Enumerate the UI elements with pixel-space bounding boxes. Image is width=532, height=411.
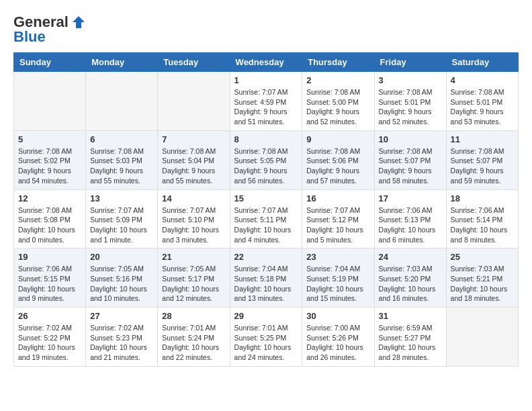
weekday-header-cell: Thursday	[302, 53, 374, 72]
day-number: 5	[18, 134, 81, 144]
day-info: Sunrise: 7:05 AMSunset: 5:17 PMDaylight:…	[162, 264, 225, 304]
weekday-header-cell: Saturday	[446, 53, 518, 72]
calendar-day-cell: 9Sunrise: 7:08 AMSunset: 5:06 PMDaylight…	[302, 130, 374, 189]
calendar-day-cell: 11Sunrise: 7:08 AMSunset: 5:07 PMDayligh…	[446, 130, 518, 189]
day-info: Sunrise: 7:05 AMSunset: 5:16 PMDaylight:…	[90, 264, 153, 304]
weekday-header-cell: Monday	[86, 53, 158, 72]
day-number: 31	[379, 311, 442, 321]
day-info: Sunrise: 7:07 AMSunset: 5:10 PMDaylight:…	[162, 205, 225, 245]
calendar-day-cell: 5Sunrise: 7:08 AMSunset: 5:02 PMDaylight…	[14, 130, 86, 189]
day-info: Sunrise: 7:07 AMSunset: 5:09 PMDaylight:…	[90, 205, 153, 245]
day-info: Sunrise: 7:08 AMSunset: 5:07 PMDaylight:…	[451, 146, 514, 186]
weekday-header-row: SundayMondayTuesdayWednesdayThursdayFrid…	[14, 53, 519, 72]
logo: General Blue	[13, 13, 86, 46]
calendar-day-cell: 3Sunrise: 7:08 AMSunset: 5:01 PMDaylight…	[374, 72, 446, 131]
day-number: 2	[306, 75, 369, 85]
day-info: Sunrise: 7:08 AMSunset: 5:08 PMDaylight:…	[18, 205, 81, 245]
day-info: Sunrise: 7:01 AMSunset: 5:24 PMDaylight:…	[162, 323, 225, 363]
day-info: Sunrise: 7:03 AMSunset: 5:20 PMDaylight:…	[379, 264, 442, 304]
calendar-day-cell: 31Sunrise: 6:59 AMSunset: 5:27 PMDayligh…	[374, 308, 446, 367]
calendar-day-cell: 23Sunrise: 7:04 AMSunset: 5:19 PMDayligh…	[302, 248, 374, 308]
day-number: 4	[451, 75, 514, 85]
calendar: SundayMondayTuesdayWednesdayThursdayFrid…	[13, 52, 519, 367]
day-number: 3	[379, 75, 442, 85]
calendar-week-row: 5Sunrise: 7:08 AMSunset: 5:02 PMDaylight…	[14, 130, 519, 189]
logo-blue-text: Blue	[13, 28, 46, 46]
calendar-day-cell: 25Sunrise: 7:03 AMSunset: 5:21 PMDayligh…	[446, 248, 518, 308]
day-number: 22	[234, 252, 298, 262]
calendar-empty-cell	[86, 72, 158, 131]
day-info: Sunrise: 7:06 AMSunset: 5:14 PMDaylight:…	[451, 205, 514, 245]
calendar-day-cell: 13Sunrise: 7:07 AMSunset: 5:09 PMDayligh…	[86, 189, 158, 248]
day-info: Sunrise: 7:08 AMSunset: 5:00 PMDaylight:…	[306, 87, 369, 127]
day-number: 11	[451, 134, 514, 144]
day-info: Sunrise: 7:08 AMSunset: 5:05 PMDaylight:…	[234, 146, 298, 186]
day-info: Sunrise: 7:06 AMSunset: 5:15 PMDaylight:…	[18, 264, 81, 304]
day-info: Sunrise: 7:08 AMSunset: 5:02 PMDaylight:…	[18, 146, 81, 186]
day-number: 7	[162, 134, 225, 144]
day-info: Sunrise: 6:59 AMSunset: 5:27 PMDaylight:…	[379, 323, 442, 363]
calendar-day-cell: 12Sunrise: 7:08 AMSunset: 5:08 PMDayligh…	[14, 189, 86, 248]
calendar-day-cell: 4Sunrise: 7:08 AMSunset: 5:01 PMDaylight…	[446, 72, 518, 131]
day-number: 25	[451, 252, 514, 262]
day-number: 24	[379, 252, 442, 262]
day-number: 1	[234, 75, 298, 85]
weekday-header-cell: Tuesday	[158, 53, 230, 72]
day-info: Sunrise: 7:07 AMSunset: 4:59 PMDaylight:…	[234, 87, 298, 127]
day-info: Sunrise: 7:07 AMSunset: 5:11 PMDaylight:…	[234, 205, 298, 245]
day-number: 10	[379, 134, 442, 144]
day-number: 30	[306, 311, 369, 321]
day-number: 6	[90, 134, 153, 144]
calendar-week-row: 12Sunrise: 7:08 AMSunset: 5:08 PMDayligh…	[14, 189, 519, 248]
calendar-day-cell: 20Sunrise: 7:05 AMSunset: 5:16 PMDayligh…	[86, 248, 158, 308]
day-info: Sunrise: 7:00 AMSunset: 5:26 PMDaylight:…	[306, 323, 369, 363]
day-number: 20	[90, 252, 153, 262]
day-number: 15	[234, 193, 298, 203]
day-number: 28	[162, 311, 225, 321]
calendar-day-cell: 19Sunrise: 7:06 AMSunset: 5:15 PMDayligh…	[14, 248, 86, 308]
calendar-empty-cell	[158, 72, 230, 131]
day-info: Sunrise: 7:08 AMSunset: 5:06 PMDaylight:…	[306, 146, 369, 186]
calendar-day-cell: 21Sunrise: 7:05 AMSunset: 5:17 PMDayligh…	[158, 248, 230, 308]
logo-icon	[71, 15, 86, 30]
day-info: Sunrise: 7:08 AMSunset: 5:01 PMDaylight:…	[379, 87, 442, 127]
calendar-day-cell: 2Sunrise: 7:08 AMSunset: 5:00 PMDaylight…	[302, 72, 374, 131]
day-number: 8	[234, 134, 298, 144]
weekday-header-cell: Sunday	[14, 53, 86, 72]
day-info: Sunrise: 7:04 AMSunset: 5:18 PMDaylight:…	[234, 264, 298, 304]
day-number: 12	[18, 193, 81, 203]
calendar-day-cell: 6Sunrise: 7:08 AMSunset: 5:03 PMDaylight…	[86, 130, 158, 189]
calendar-day-cell: 17Sunrise: 7:06 AMSunset: 5:13 PMDayligh…	[374, 189, 446, 248]
day-info: Sunrise: 7:02 AMSunset: 5:22 PMDaylight:…	[18, 323, 81, 363]
day-number: 23	[306, 252, 369, 262]
calendar-day-cell: 30Sunrise: 7:00 AMSunset: 5:26 PMDayligh…	[302, 308, 374, 367]
day-info: Sunrise: 7:08 AMSunset: 5:03 PMDaylight:…	[90, 146, 153, 186]
day-info: Sunrise: 7:02 AMSunset: 5:23 PMDaylight:…	[90, 323, 153, 363]
calendar-day-cell: 8Sunrise: 7:08 AMSunset: 5:05 PMDaylight…	[230, 130, 302, 189]
day-info: Sunrise: 7:08 AMSunset: 5:01 PMDaylight:…	[451, 87, 514, 127]
day-info: Sunrise: 7:08 AMSunset: 5:04 PMDaylight:…	[162, 146, 225, 186]
header: General Blue	[13, 13, 519, 46]
day-number: 17	[379, 193, 442, 203]
weekday-header-cell: Wednesday	[230, 53, 302, 72]
calendar-day-cell: 10Sunrise: 7:08 AMSunset: 5:07 PMDayligh…	[374, 130, 446, 189]
calendar-empty-cell	[14, 72, 86, 131]
day-number: 14	[162, 193, 225, 203]
calendar-week-row: 1Sunrise: 7:07 AMSunset: 4:59 PMDaylight…	[14, 72, 519, 131]
calendar-day-cell: 26Sunrise: 7:02 AMSunset: 5:22 PMDayligh…	[14, 308, 86, 367]
day-number: 27	[90, 311, 153, 321]
day-info: Sunrise: 7:06 AMSunset: 5:13 PMDaylight:…	[379, 205, 442, 245]
day-number: 21	[162, 252, 225, 262]
calendar-day-cell: 24Sunrise: 7:03 AMSunset: 5:20 PMDayligh…	[374, 248, 446, 308]
calendar-day-cell: 28Sunrise: 7:01 AMSunset: 5:24 PMDayligh…	[158, 308, 230, 367]
calendar-day-cell: 14Sunrise: 7:07 AMSunset: 5:10 PMDayligh…	[158, 189, 230, 248]
day-info: Sunrise: 7:03 AMSunset: 5:21 PMDaylight:…	[451, 264, 514, 304]
calendar-day-cell: 27Sunrise: 7:02 AMSunset: 5:23 PMDayligh…	[86, 308, 158, 367]
day-number: 19	[18, 252, 81, 262]
day-info: Sunrise: 7:08 AMSunset: 5:07 PMDaylight:…	[379, 146, 442, 186]
day-info: Sunrise: 7:04 AMSunset: 5:19 PMDaylight:…	[306, 264, 369, 304]
calendar-day-cell: 29Sunrise: 7:01 AMSunset: 5:25 PMDayligh…	[230, 308, 302, 367]
day-info: Sunrise: 7:07 AMSunset: 5:12 PMDaylight:…	[306, 205, 369, 245]
day-number: 29	[234, 311, 298, 321]
calendar-day-cell: 22Sunrise: 7:04 AMSunset: 5:18 PMDayligh…	[230, 248, 302, 308]
